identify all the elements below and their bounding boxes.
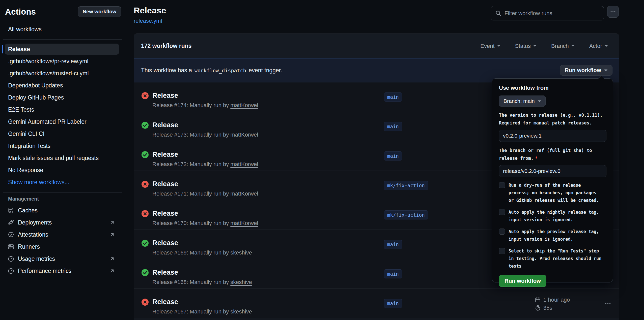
actor-link[interactable]: mattKorwel — [230, 132, 258, 138]
run-subtitle-text: Release #167: Manually run by — [152, 308, 229, 315]
run-subtitle-text: Release #173: Manually run by — [152, 132, 229, 138]
run-title[interactable]: Release — [152, 180, 258, 188]
run-subtitle-text: Release #171: Manually run by — [152, 190, 229, 197]
workflow-options-kebab-button[interactable] — [607, 6, 619, 18]
sidebar-item-workflow-selected[interactable]: Release — [0, 43, 125, 55]
sidebar-item-label: Usage metrics — [18, 255, 55, 262]
run-workflow-submit-button[interactable]: Run workflow — [499, 275, 546, 287]
run-title[interactable]: Release — [152, 210, 258, 217]
sidebar-item-caches[interactable]: Caches — [0, 204, 125, 216]
actor-link[interactable]: mattKorwel — [230, 220, 258, 226]
sidebar-item-runners[interactable]: Runners — [0, 241, 125, 253]
sidebar-item-performance-metrics[interactable]: Performance metrics — [0, 265, 125, 277]
status-success-icon — [141, 121, 149, 138]
sidebar-item-workflow[interactable]: Deploy GitHub Pages — [0, 91, 125, 104]
chevron-down-icon — [497, 45, 500, 47]
sidebar-item-label: Runners — [18, 243, 40, 250]
search-icon — [495, 10, 501, 16]
branch-badge[interactable]: main — [384, 269, 402, 278]
status-failure-icon — [141, 180, 149, 197]
branch-filter-dropdown[interactable]: Branch — [551, 43, 575, 49]
run-title[interactable]: Release — [152, 151, 258, 158]
filter-workflow-runs-input[interactable] — [505, 10, 600, 17]
run-title[interactable]: Release — [152, 239, 252, 247]
actor-link[interactable]: skeshive — [230, 308, 252, 315]
run-subtitle: Release #174: Manually run bymattKorwel — [152, 102, 258, 109]
version-input[interactable] — [499, 130, 606, 142]
calendar-icon — [535, 297, 541, 303]
actor-link[interactable]: mattKorwel — [230, 190, 258, 197]
branch-selector-button[interactable]: Branch: main — [499, 95, 546, 107]
external-link-icon — [109, 268, 115, 274]
sidebar-item-workflow[interactable]: Dependabot Updates — [0, 79, 125, 91]
run-options-kebab-button[interactable] — [602, 300, 614, 307]
sidebar-item-workflow[interactable]: Gemini Automated PR Labeler — [0, 116, 125, 128]
ref-input[interactable] — [499, 165, 606, 177]
branch-selector-label: Branch: main — [503, 98, 535, 104]
branch-badge[interactable]: main — [384, 92, 402, 102]
sidebar-divider — [3, 39, 122, 40]
sidebar-item-label: Release — [0, 46, 30, 53]
run-title[interactable]: Release — [152, 121, 258, 129]
skip-tests-checkbox[interactable] — [499, 248, 505, 254]
preview-tag-option: Auto apply the preview release tag, inpu… — [499, 228, 606, 243]
run-subtitle: Release #168: Manually run byskeshive — [152, 279, 252, 285]
sidebar-item-workflow[interactable]: .github/workflows/pr-review.yml — [0, 55, 125, 67]
run-title[interactable]: Release — [152, 269, 252, 276]
status-failure-icon — [141, 92, 149, 109]
banner-text: This workflow has aworkflow_dispatcheven… — [141, 67, 282, 74]
sidebar-item-workflow[interactable]: Integration Tests — [0, 140, 125, 152]
workflow-file-link[interactable]: release.yml — [134, 18, 162, 24]
status-failure-icon — [141, 298, 149, 315]
workflow-dispatch-code: workflow_dispatch — [194, 68, 246, 74]
chevron-down-icon — [538, 100, 541, 102]
chevron-down-icon — [605, 45, 608, 47]
meter-icon — [8, 268, 14, 274]
sidebar-item-workflow[interactable]: No Response — [0, 164, 125, 176]
run-title[interactable]: Release — [152, 298, 252, 306]
filter-label: Actor — [589, 43, 602, 49]
actor-filter-dropdown[interactable]: Actor — [589, 43, 608, 49]
show-more-workflows-link[interactable]: Show more workflows... — [0, 176, 125, 188]
filter-label: Event — [480, 43, 494, 49]
sidebar-item-workflow[interactable]: Gemini CLI CI — [0, 128, 125, 140]
status-success-icon — [141, 239, 149, 256]
sidebar-item-deployments[interactable]: Deployments — [0, 216, 125, 229]
event-filter-dropdown[interactable]: Event — [480, 43, 500, 49]
branch-badge[interactable]: main — [384, 122, 402, 131]
branch-badge[interactable]: main — [384, 299, 402, 308]
run-time: 1 hour ago — [543, 297, 570, 303]
sidebar-item-workflow[interactable]: .github/workflows/trusted-ci.yml — [0, 67, 125, 79]
filter-label: Status — [515, 43, 531, 49]
run-duration: 35s — [543, 305, 552, 311]
sidebar-item-workflow[interactable]: E2E Tests — [0, 104, 125, 116]
run-title[interactable]: Release — [152, 92, 258, 99]
actor-link[interactable]: mattKorwel — [230, 161, 258, 167]
external-link-icon — [109, 232, 115, 238]
run-subtitle: Release #170: Manually run bymattKorwel — [152, 220, 258, 227]
actor-link[interactable]: skeshive — [230, 249, 252, 256]
branch-badge[interactable]: main — [384, 151, 402, 161]
branch-badge[interactable]: mk/fix-action — [384, 210, 428, 219]
checkbox-label: Auto apply the preview release tag, inpu… — [509, 228, 602, 243]
branch-badge[interactable]: mk/fix-action — [384, 181, 428, 190]
sidebar-item-attestations[interactable]: Attestations — [0, 229, 125, 241]
new-workflow-button[interactable]: New workflow — [78, 6, 121, 17]
required-asterisk: * — [535, 156, 538, 161]
dry-run-checkbox[interactable] — [499, 182, 505, 188]
sidebar-item-usage-metrics[interactable]: Usage metrics — [0, 253, 125, 265]
actions-workflow-page: { "colors": { "accent_blue": "#4493f8", … — [0, 0, 644, 320]
status-filter-dropdown[interactable]: Status — [515, 43, 537, 49]
table-row[interactable]: Release Release #167: Manually run byske… — [134, 289, 619, 318]
checkbox-label: Run a dry-run of the release process; no… — [509, 181, 602, 204]
branch-badge[interactable]: main — [384, 240, 402, 249]
nightly-tag-checkbox[interactable] — [499, 209, 505, 215]
status-success-icon — [141, 151, 149, 168]
run-workflow-dropdown-button[interactable]: Run workflow — [560, 65, 612, 76]
sidebar-item-workflow[interactable]: Mark stale issues and pull requests — [0, 152, 125, 164]
actor-link[interactable]: mattKorwel — [230, 102, 258, 108]
actor-link[interactable]: skeshive — [230, 279, 252, 285]
preview-tag-checkbox[interactable] — [499, 229, 505, 235]
sidebar-item-all-workflows[interactable]: All workflows — [0, 23, 125, 35]
meter-icon — [8, 256, 14, 262]
